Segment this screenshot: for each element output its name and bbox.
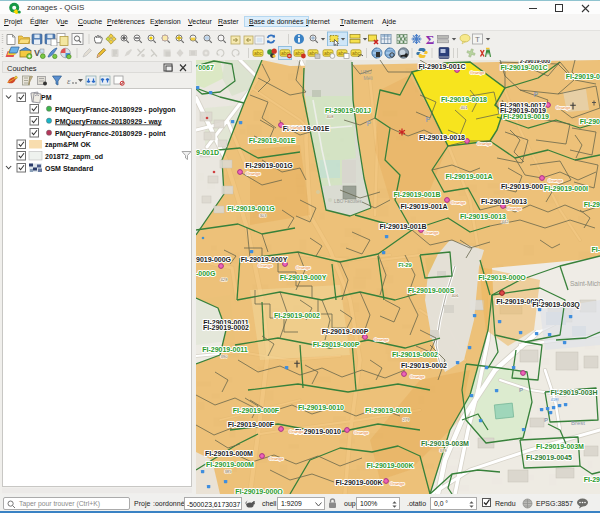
svg-text:FI-29019-0001: FI-29019-0001 xyxy=(365,407,411,414)
svg-text:428: 428 xyxy=(221,277,229,282)
svg-text:FI-29019-0002: FI-29019-0002 xyxy=(274,312,320,319)
svg-text:408: 408 xyxy=(327,114,335,119)
svg-text:P: P xyxy=(367,120,372,127)
svg-text:FI-29019-0018: FI-29019-0018 xyxy=(419,134,465,141)
svg-text:Saint-Mich: Saint-Mich xyxy=(570,280,600,287)
svg-text:FI-29019-001C: FI-29019-001C xyxy=(500,64,547,71)
svg-text:FI-29019-001C: FI-29019-001C xyxy=(418,63,465,70)
svg-text:FI-29019-000P: FI-29019-000P xyxy=(322,328,369,335)
svg-text:279: 279 xyxy=(403,417,411,422)
svg-text:Orange: Orange xyxy=(390,481,405,486)
svg-text:406: 406 xyxy=(452,293,460,298)
svg-text:FI-29019-001G: FI-29019-001G xyxy=(227,205,275,212)
svg-text:Orange: Orange xyxy=(258,263,273,268)
svg-text:2018T2_zapm_od: 2018T2_zapm_od xyxy=(45,153,103,161)
svg-text:FI-29019-000S: FI-29019-000S xyxy=(408,287,455,294)
svg-text:P: P xyxy=(426,116,431,123)
svg-text:Méli: Méli xyxy=(363,75,372,81)
svg-text:LBO Facultés: LBO Facultés xyxy=(334,199,363,204)
svg-text:9-001D: 9-001D xyxy=(196,149,219,156)
svg-text:FI-29019-000Y: FI-29019-000Y xyxy=(241,256,288,263)
svg-text:P: P xyxy=(544,417,548,423)
svg-text:Orange: Orange xyxy=(288,125,303,130)
svg-text:FI-: FI- xyxy=(591,246,600,253)
svg-text:FI-29019-0010: FI-29019-0010 xyxy=(298,404,344,411)
svg-text:Σ: Σ xyxy=(426,32,435,47)
svg-text:FI-29019-0002: FI-29019-0002 xyxy=(392,351,438,358)
svg-text:FI-290: FI-290 xyxy=(580,118,600,125)
svg-text:379: 379 xyxy=(440,448,448,453)
svg-text:Orange: Orange xyxy=(289,429,304,434)
svg-text:Orange: Orange xyxy=(269,456,284,461)
svg-text:FI-29019-003M: FI-29019-003M xyxy=(421,440,469,447)
svg-text:FI-29019-003M: FI-29019-003M xyxy=(536,443,584,450)
svg-text:ε: ε xyxy=(67,76,71,86)
svg-text:FI-29019-0011: FI-29019-0011 xyxy=(202,346,248,353)
svg-text:FI-29019-001B: FI-29019-001B xyxy=(393,191,440,198)
svg-text:Orange: Orange xyxy=(296,265,311,270)
svg-text:V: V xyxy=(34,48,40,58)
svg-text:Orange: Orange xyxy=(470,70,485,75)
svg-text:Orange: Orange xyxy=(410,374,425,379)
svg-text:P: P xyxy=(519,387,523,393)
svg-text:Orange: Orange xyxy=(246,171,261,176)
svg-text:OSM Standard: OSM Standard xyxy=(45,165,93,172)
svg-text:PMQueryFrance-20180929 - point: PMQueryFrance-20180929 - point xyxy=(55,130,166,138)
svg-text:442: 442 xyxy=(502,219,510,224)
svg-text:FI-29019-0002: FI-29019-0002 xyxy=(401,362,447,369)
svg-text:0067: 0067 xyxy=(198,64,214,71)
svg-text:PMQueryFrance-20180929 - way: PMQueryFrance-20180929 - way xyxy=(55,118,162,126)
svg-text:zapm&PM OK: zapm&PM OK xyxy=(45,141,91,149)
svg-text:FI-29019-001B: FI-29019-001B xyxy=(379,223,426,230)
svg-text:P: P xyxy=(534,91,539,98)
svg-text:PMQueryFrance-20180929 - polyg: PMQueryFrance-20180929 - polygon xyxy=(55,106,176,114)
svg-text:abc: abc xyxy=(254,50,263,56)
svg-text:418: 418 xyxy=(551,397,559,402)
svg-text:FI-29019-0013: FI-29019-0013 xyxy=(481,198,527,205)
svg-text:FI-29019-000F: FI-29019-000F xyxy=(228,421,275,428)
svg-text:385: 385 xyxy=(225,469,233,474)
svg-text:T: T xyxy=(475,35,480,44)
svg-text:FI-29019-0002: FI-29019-0002 xyxy=(203,324,249,331)
svg-text:Orange: Orange xyxy=(548,178,563,183)
svg-text:303: 303 xyxy=(260,213,268,218)
svg-text:390: 390 xyxy=(221,354,229,359)
svg-text:Orange: Orange xyxy=(556,105,571,110)
svg-text:-000G: -000G xyxy=(196,270,216,277)
svg-text:FI-29019-003Q: FI-29019-003Q xyxy=(532,301,580,309)
svg-text:FI-29: FI-29 xyxy=(584,476,600,483)
svg-text:Orange: Orange xyxy=(374,337,389,342)
svg-text:FI-29019-001J: FI-29019-001J xyxy=(325,107,371,114)
svg-text:2-29019-000: 2-29019-000 xyxy=(520,60,551,64)
svg-text:Brest: Brest xyxy=(571,420,585,426)
svg-text:FI-29019-001E: FI-29019-001E xyxy=(249,137,296,144)
svg-text:FI-29019-000O: FI-29019-000O xyxy=(478,274,526,281)
svg-text:PM: PM xyxy=(41,94,52,101)
svg-text:FI-29: FI-29 xyxy=(584,201,600,208)
svg-text:FI-29019-000F: FI-29019-000F xyxy=(233,407,280,414)
svg-text:Orange: Orange xyxy=(477,141,492,146)
svg-text:FI-29019-0045: FI-29019-0045 xyxy=(526,454,572,461)
svg-text:FI-29019-000M: FI-29019-000M xyxy=(205,450,253,457)
svg-text:FI-29019-000K: FI-29019-000K xyxy=(335,479,382,486)
svg-text:FI-29019-000Y: FI-29019-000Y xyxy=(280,274,327,281)
svg-text:FI-29019-0003: FI-29019-0003 xyxy=(501,183,547,190)
svg-text:FI-29019-003H: FI-29019-003H xyxy=(550,389,597,396)
svg-text:FI-29019-0018: FI-29019-0018 xyxy=(441,96,487,103)
svg-text:FI-29019-001A: FI-29019-001A xyxy=(400,203,447,210)
svg-text:FI-29019-001A: FI-29019-001A xyxy=(445,173,492,180)
svg-text:Orange: Orange xyxy=(424,230,439,235)
svg-text:Orange: Orange xyxy=(507,206,522,211)
svg-text:FI-29019-0013: FI-29019-0013 xyxy=(460,213,506,220)
svg-text:FI-29019-000K: FI-29019-000K xyxy=(366,462,413,469)
svg-text:FI-29019-000P: FI-29019-000P xyxy=(313,341,360,348)
svg-text:Orange: Orange xyxy=(354,430,369,435)
svg-text:FI-29019-0019: FI-29019-0019 xyxy=(503,113,549,120)
svg-text:FI-29019-000M: FI-29019-000M xyxy=(206,461,254,468)
svg-text:FI-29: FI-29 xyxy=(398,262,412,268)
svg-text:FI-29019-0: FI-29019-0 xyxy=(566,73,600,80)
svg-text:9019-000G: 9019-000G xyxy=(196,256,232,263)
svg-text:401: 401 xyxy=(461,105,469,110)
svg-text:Orange: Orange xyxy=(451,200,466,205)
svg-text:FI-29019-000I: FI-29019-000I xyxy=(544,185,588,192)
